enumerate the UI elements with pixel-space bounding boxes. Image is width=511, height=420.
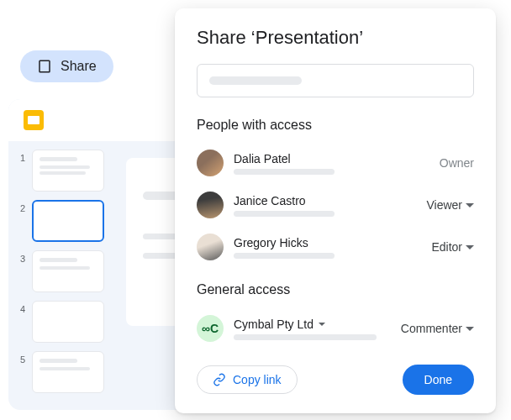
slide-thumb[interactable]	[32, 351, 104, 393]
slide-thumb[interactable]	[32, 250, 104, 292]
add-people-input[interactable]	[197, 64, 474, 97]
input-placeholder	[209, 76, 302, 85]
role-dropdown[interactable]: Commenter	[401, 322, 474, 335]
person-name: Janice Castro	[234, 194, 416, 207]
chevron-down-icon	[466, 327, 474, 331]
role-label-owner: Owner	[440, 156, 474, 170]
chevron-down-icon	[319, 323, 325, 326]
person-row: Gregory Hicks Editor	[197, 228, 474, 265]
thumb-number: 5	[20, 351, 27, 365]
person-name: Gregory Hicks	[234, 236, 421, 249]
org-avatar: ∞C	[197, 315, 224, 342]
done-button[interactable]: Done	[403, 365, 474, 395]
copy-link-label: Copy link	[233, 373, 282, 386]
slide-thumbnails: 1 2 3 4 5	[20, 150, 113, 402]
role-label: Commenter	[401, 322, 462, 335]
avatar	[197, 234, 224, 260]
chevron-down-icon	[466, 203, 474, 207]
person-row: Dalia Patel Owner	[197, 144, 474, 181]
role-dropdown[interactable]: Editor	[431, 240, 474, 254]
people-section-title: People with access	[197, 118, 474, 133]
link-icon	[213, 373, 226, 386]
copy-link-button[interactable]: Copy link	[197, 365, 298, 394]
building-icon	[37, 59, 52, 74]
slide-thumb-active[interactable]	[32, 200, 104, 242]
person-name: Dalia Patel	[234, 152, 429, 165]
org-name: Cymbal Pty Ltd	[234, 318, 313, 331]
thumb-number: 4	[20, 301, 27, 314]
thumb-number: 3	[20, 250, 27, 264]
org-row: ∞C Cymbal Pty Ltd Commenter	[197, 309, 474, 348]
slide-thumb[interactable]	[32, 150, 104, 192]
org-desc-placeholder	[234, 334, 377, 340]
chevron-down-icon	[466, 245, 474, 249]
org-badge-text: ∞C	[202, 322, 219, 335]
share-button[interactable]: Share	[20, 50, 113, 82]
role-dropdown[interactable]: Viewer	[426, 198, 474, 212]
person-email-placeholder	[234, 211, 335, 217]
slides-logo-icon	[24, 110, 44, 130]
person-row: Janice Castro Viewer	[197, 186, 474, 223]
slide-thumb[interactable]	[32, 301, 104, 343]
thumb-number: 1	[20, 150, 27, 163]
share-button-label: Share	[61, 59, 97, 74]
avatar	[197, 192, 224, 218]
thumb-number: 2	[20, 200, 27, 213]
role-label: Editor	[431, 240, 462, 254]
dialog-title: Share ‘Presentation’	[197, 27, 474, 49]
avatar	[197, 150, 224, 176]
org-name-dropdown[interactable]: Cymbal Pty Ltd	[234, 318, 391, 331]
person-email-placeholder	[234, 253, 335, 259]
role-label: Viewer	[426, 198, 462, 212]
share-dialog: Share ‘Presentation’ People with access …	[175, 8, 496, 413]
svg-rect-0	[40, 60, 50, 72]
person-email-placeholder	[234, 169, 335, 175]
general-section-title: General access	[197, 282, 474, 297]
